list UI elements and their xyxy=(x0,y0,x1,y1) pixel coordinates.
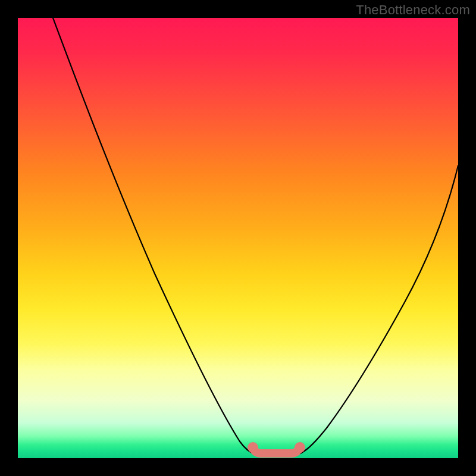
bump-left-dot xyxy=(248,442,258,453)
chart-frame: TheBottleneck.com xyxy=(0,0,476,476)
curve-left-branch xyxy=(53,18,255,454)
bump-marker xyxy=(253,448,299,453)
curve-right-branch xyxy=(299,165,458,454)
curve-layer xyxy=(18,18,458,458)
watermark-label: TheBottleneck.com xyxy=(356,2,470,18)
bump-right-dot xyxy=(295,442,305,453)
plot-area xyxy=(18,18,458,458)
